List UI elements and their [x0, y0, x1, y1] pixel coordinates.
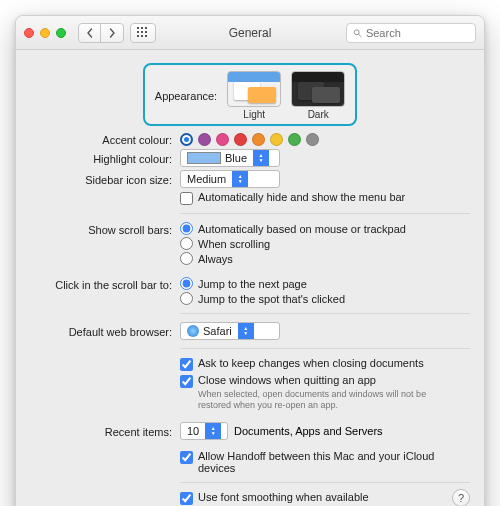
svg-rect-3	[137, 31, 139, 33]
accent-swatch[interactable]	[234, 133, 247, 146]
accent-swatch[interactable]	[180, 133, 193, 146]
svg-rect-8	[145, 35, 147, 37]
close-windows-note: When selected, open documents and window…	[198, 389, 458, 412]
scrollbars-group: Automatically based on mouse or trackpad…	[180, 222, 470, 265]
sidebar-icon-select[interactable]: Medium	[180, 170, 280, 188]
sidebar-icon-value: Medium	[181, 173, 232, 185]
ask-changes-label: Ask to keep changes when closing documen…	[198, 357, 424, 369]
appearance-dark-label: Dark	[291, 109, 345, 120]
scrollbars-option-label: Always	[198, 253, 233, 265]
divider	[180, 482, 470, 483]
autohide-menubar-checkbox[interactable]: Automatically hide and show the menu bar	[180, 191, 405, 205]
font-smoothing-checkbox[interactable]: Use font smoothing when available	[180, 491, 369, 505]
accent-swatch[interactable]	[288, 133, 301, 146]
scrollbars-option[interactable]: Always	[180, 252, 233, 265]
accent-swatch[interactable]	[252, 133, 265, 146]
recent-items-value: 10	[181, 425, 205, 437]
safari-icon	[187, 325, 199, 337]
recent-items-label: Recent items:	[30, 424, 180, 438]
accent-swatch[interactable]	[270, 133, 283, 146]
default-browser-label: Default web browser:	[30, 324, 180, 338]
search-field[interactable]	[346, 23, 476, 43]
recent-items-suffix: Documents, Apps and Servers	[234, 425, 383, 437]
font-smoothing-label: Use font smoothing when available	[198, 491, 369, 503]
accent-label: Accent colour:	[30, 132, 180, 146]
appearance-dark-option[interactable]: Dark	[291, 71, 345, 120]
zoom-icon[interactable]	[56, 28, 66, 38]
scrollbars-option-label: Automatically based on mouse or trackpad	[198, 223, 406, 235]
titlebar: General	[16, 16, 484, 50]
svg-rect-6	[137, 35, 139, 37]
sidebar-icon-label: Sidebar icon size:	[30, 172, 180, 186]
default-browser-value: Safari	[203, 325, 232, 337]
svg-rect-7	[141, 35, 143, 37]
appearance-light-label: Light	[227, 109, 281, 120]
highlight-label: Highlight colour:	[30, 151, 180, 165]
click-scroll-group: Jump to the next pageJump to the spot th…	[180, 277, 470, 305]
scrollbars-option[interactable]: Automatically based on mouse or trackpad	[180, 222, 406, 235]
close-icon[interactable]	[24, 28, 34, 38]
content-area: Appearance: Light Dark Accent colour:	[16, 50, 484, 506]
highlight-chip-icon	[187, 152, 221, 164]
appearance-light-option[interactable]: Light	[227, 71, 281, 120]
close-windows-checkbox[interactable]: Close windows when quitting an app	[180, 374, 376, 388]
svg-rect-1	[141, 27, 143, 29]
appearance-dark-thumb	[291, 71, 345, 107]
accent-swatch[interactable]	[198, 133, 211, 146]
handoff-checkbox[interactable]: Allow Handoff between this Mac and your …	[180, 450, 470, 474]
click-scroll-option[interactable]: Jump to the next page	[180, 277, 307, 290]
autohide-menubar-label: Automatically hide and show the menu bar	[198, 191, 405, 203]
accent-swatch[interactable]	[216, 133, 229, 146]
search-input[interactable]	[366, 27, 469, 39]
close-windows-label: Close windows when quitting an app	[198, 374, 376, 386]
chevron-updown-icon	[238, 323, 254, 339]
scrollbars-label: Show scroll bars:	[30, 222, 180, 236]
click-scroll-label: Click in the scroll bar to:	[30, 277, 180, 291]
show-all-button[interactable]	[130, 23, 156, 43]
accent-swatch[interactable]	[306, 133, 319, 146]
click-scroll-option[interactable]: Jump to the spot that's clicked	[180, 292, 345, 305]
scrollbars-option[interactable]: When scrolling	[180, 237, 270, 250]
scrollbars-option-label: When scrolling	[198, 238, 270, 250]
divider	[180, 213, 470, 214]
chevron-updown-icon	[253, 150, 269, 166]
appearance-light-thumb	[227, 71, 281, 107]
back-button[interactable]	[79, 24, 101, 42]
help-button[interactable]: ?	[452, 489, 470, 507]
forward-button[interactable]	[101, 24, 123, 42]
window-controls	[24, 28, 66, 38]
svg-rect-2	[145, 27, 147, 29]
chevron-updown-icon	[232, 171, 248, 187]
svg-rect-5	[145, 31, 147, 33]
search-icon	[353, 28, 362, 38]
click-scroll-option-label: Jump to the spot that's clicked	[198, 293, 345, 305]
chevron-updown-icon	[205, 423, 221, 439]
handoff-label: Allow Handoff between this Mac and your …	[198, 450, 470, 474]
click-scroll-option-label: Jump to the next page	[198, 278, 307, 290]
svg-line-10	[359, 34, 362, 37]
accent-swatches	[180, 133, 319, 146]
svg-rect-4	[141, 31, 143, 33]
default-browser-select[interactable]: Safari	[180, 322, 280, 340]
minimize-icon[interactable]	[40, 28, 50, 38]
divider	[180, 348, 470, 349]
appearance-highlight: Appearance: Light Dark	[143, 63, 357, 126]
preferences-window: General Appearance: Light	[15, 15, 485, 506]
highlight-value: Blue	[225, 152, 247, 164]
svg-rect-0	[137, 27, 139, 29]
recent-items-select[interactable]: 10	[180, 422, 228, 440]
nav-back-forward[interactable]	[78, 23, 124, 43]
appearance-label: Appearance:	[155, 90, 217, 102]
highlight-select[interactable]: Blue	[180, 149, 280, 167]
ask-changes-checkbox[interactable]: Ask to keep changes when closing documen…	[180, 357, 424, 371]
divider	[180, 313, 470, 314]
